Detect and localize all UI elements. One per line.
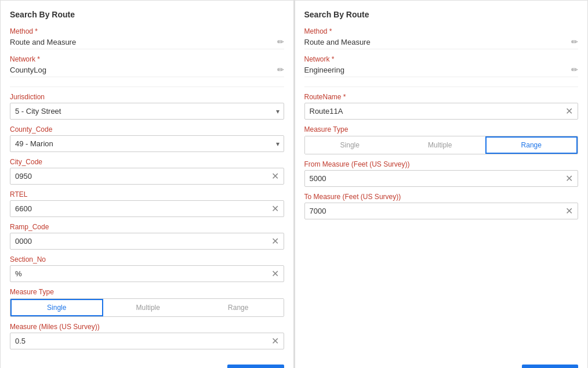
left-section-no-field[interactable]: ✕ [10, 265, 284, 282]
left-method-row: Route and Measure ✏ [10, 37, 284, 49]
left-ramp-code-clear-icon[interactable]: ✕ [267, 234, 284, 248]
left-rtel-group: RTEL ✕ [10, 190, 284, 217]
left-city-code-input[interactable] [10, 168, 267, 184]
left-ramp-code-label: Ramp_Code [10, 223, 284, 231]
right-method-group: Method * Route and Measure ✏ [304, 27, 579, 49]
right-network-group: Network * Engineering ✏ [304, 55, 579, 77]
right-to-measure-input[interactable] [305, 203, 561, 219]
right-from-measure-clear-icon[interactable]: ✕ [561, 172, 578, 186]
left-county-group: County_Code 49 - Marion 1 - Adams 2 - Al… [10, 125, 284, 152]
left-measure-clear-icon[interactable]: ✕ [267, 334, 284, 348]
left-city-code-group: City_Code ✕ [10, 158, 284, 185]
right-method-edit-icon[interactable]: ✏ [571, 37, 578, 46]
right-route-name-field[interactable]: ✕ [304, 103, 579, 120]
left-section-no-clear-icon[interactable]: ✕ [267, 267, 284, 281]
left-measure-type-group: Measure Type Single Multiple Range [10, 288, 284, 317]
right-network-row: Engineering ✏ [304, 65, 579, 77]
left-measure-type-label: Measure Type [10, 288, 284, 296]
left-network-value: CountyLog [10, 66, 46, 74]
right-from-measure-field[interactable]: ✕ [304, 170, 579, 187]
left-rtel-input[interactable] [10, 201, 267, 217]
left-section-no-label: Section_No [10, 255, 284, 264]
left-jurisdiction-select[interactable]: 5 - City Street 1 - State 2 - County 3 -… [10, 103, 284, 120]
right-network-value: Engineering [304, 66, 344, 74]
left-city-code-field[interactable]: ✕ [10, 168, 284, 185]
right-measure-btn-range[interactable]: Range [485, 136, 578, 154]
left-network-row: CountyLog ✏ [10, 65, 284, 77]
right-panel-title: Search By Route [304, 10, 579, 19]
left-county-select[interactable]: 49 - Marion 1 - Adams 2 - Allen 3 - Bart… [10, 135, 284, 152]
right-method-row: Route and Measure ✏ [304, 37, 579, 49]
left-panel: Search By Route Method * Route and Measu… [0, 0, 294, 368]
left-search-button[interactable]: Search [227, 365, 284, 368]
right-route-name-input[interactable] [305, 103, 561, 119]
left-measure-btn-single[interactable]: Single [10, 299, 103, 316]
left-method-group: Method * Route and Measure ✏ [10, 27, 284, 49]
left-measure-btn-range[interactable]: Range [193, 299, 284, 316]
right-footer: Reset Search [304, 355, 579, 368]
left-method-edit-icon[interactable]: ✏ [277, 37, 284, 46]
right-method-value: Route and Measure [304, 38, 371, 46]
right-from-measure-label: From Measure (Feet (US Survey)) [304, 160, 579, 168]
right-network-label: Network * [304, 55, 579, 63]
left-section-no-input[interactable] [10, 266, 267, 282]
right-measure-btn-multiple[interactable]: Multiple [395, 136, 485, 154]
right-network-edit-icon[interactable]: ✏ [571, 65, 578, 74]
left-jurisdiction-group: Jurisdiction 5 - City Street 1 - State 2… [10, 93, 284, 120]
left-network-label: Network * [10, 55, 284, 63]
right-method-label: Method * [304, 27, 579, 35]
left-city-code-clear-icon[interactable]: ✕ [267, 169, 284, 183]
right-from-measure-input[interactable] [305, 171, 561, 186]
right-measure-type-group: Measure Type Single Multiple Range [304, 125, 579, 154]
left-measure-group: Measure (Miles (US Survey)) ✕ [10, 323, 284, 349]
right-panel: Search By Route Method * Route and Measu… [295, 0, 589, 368]
left-measure-field[interactable]: ✕ [10, 333, 284, 349]
left-method-label: Method * [10, 27, 284, 35]
left-ramp-code-input[interactable] [10, 233, 267, 249]
left-county-dropdown[interactable]: 49 - Marion 1 - Adams 2 - Allen 3 - Bart… [10, 135, 284, 152]
right-measure-btn-single[interactable]: Single [305, 136, 395, 154]
right-measure-type-label: Measure Type [304, 125, 579, 134]
left-ramp-code-field[interactable]: ✕ [10, 233, 284, 250]
left-measure-label: Measure (Miles (US Survey)) [10, 323, 284, 331]
right-route-name-label: RouteName * [304, 93, 579, 101]
right-route-name-group: RouteName * ✕ [304, 93, 579, 120]
left-rtel-label: RTEL [10, 190, 284, 199]
right-to-measure-label: To Measure (Feet (US Survey)) [304, 193, 579, 201]
right-to-measure-field[interactable]: ✕ [304, 203, 579, 219]
right-to-measure-group: To Measure (Feet (US Survey)) ✕ [304, 193, 579, 219]
left-rtel-clear-icon[interactable]: ✕ [267, 202, 284, 216]
left-network-edit-icon[interactable]: ✏ [277, 65, 284, 74]
left-ramp-code-group: Ramp_Code ✕ [10, 223, 284, 250]
left-section-no-group: Section_No ✕ [10, 255, 284, 282]
left-measure-btn-multiple[interactable]: Multiple [103, 299, 194, 316]
left-panel-title: Search By Route [10, 10, 284, 19]
right-to-measure-clear-icon[interactable]: ✕ [561, 204, 578, 218]
left-measure-input[interactable] [10, 333, 267, 349]
left-jurisdiction-dropdown[interactable]: 5 - City Street 1 - State 2 - County 3 -… [10, 103, 284, 120]
left-jurisdiction-label: Jurisdiction [10, 93, 284, 101]
left-county-label: County_Code [10, 125, 284, 134]
left-footer: Reset Search [10, 355, 284, 368]
left-network-group: Network * CountyLog ✏ [10, 55, 284, 77]
right-route-name-clear-icon[interactable]: ✕ [561, 104, 578, 118]
right-from-measure-group: From Measure (Feet (US Survey)) ✕ [304, 160, 579, 187]
right-search-button[interactable]: Search [522, 365, 578, 368]
right-measure-type-buttons: Single Multiple Range [304, 136, 579, 154]
left-city-code-label: City_Code [10, 158, 284, 166]
left-rtel-field[interactable]: ✕ [10, 200, 284, 217]
left-method-value: Route and Measure [10, 38, 76, 46]
left-measure-type-buttons: Single Multiple Range [10, 298, 284, 317]
